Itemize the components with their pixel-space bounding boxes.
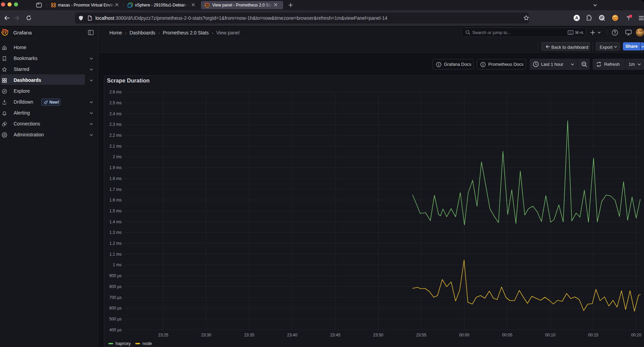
svg-text:2.4 ms: 2.4 ms — [109, 111, 122, 116]
svg-text:23:45: 23:45 — [330, 333, 340, 337]
svg-text:500 µs: 500 µs — [109, 317, 122, 321]
svg-text:1.8 ms: 1.8 ms — [109, 176, 122, 181]
svg-text:900 µs: 900 µs — [109, 273, 122, 278]
svg-text:A: A — [575, 16, 578, 20]
svg-text:00:00: 00:00 — [459, 333, 469, 337]
svg-text:700 µs: 700 µs — [109, 295, 122, 300]
svg-text:23:30: 23:30 — [201, 333, 211, 337]
svg-text:00:10: 00:10 — [545, 333, 555, 337]
svg-text:2.3 ms: 2.3 ms — [109, 122, 122, 127]
svg-text:1.7 ms: 1.7 ms — [109, 187, 122, 192]
svg-text:2 ms: 2 ms — [113, 154, 122, 159]
svg-text:600 µs: 600 µs — [109, 306, 122, 311]
svg-text:400 µs: 400 µs — [109, 328, 122, 332]
svg-text:IP: IP — [600, 16, 603, 20]
svg-text:23:35: 23:35 — [244, 333, 254, 337]
svg-text:2.2 ms: 2.2 ms — [109, 133, 122, 138]
svg-text:00:15: 00:15 — [588, 333, 598, 337]
svg-text:1.6 ms: 1.6 ms — [109, 198, 122, 202]
svg-text:1 ms: 1 ms — [113, 262, 122, 267]
svg-text:1.5 ms: 1.5 ms — [109, 209, 122, 213]
svg-text:2.6 ms: 2.6 ms — [109, 90, 122, 94]
svg-text:00:20: 00:20 — [631, 333, 641, 337]
svg-text:1.9 ms: 1.9 ms — [109, 165, 122, 170]
svg-text:2.5 ms: 2.5 ms — [109, 101, 122, 105]
svg-text:23:50: 23:50 — [373, 333, 383, 337]
svg-text:23:25: 23:25 — [158, 333, 168, 337]
svg-text:1.2 ms: 1.2 ms — [109, 241, 122, 246]
svg-text:23:55: 23:55 — [416, 333, 426, 337]
svg-text:1.3 ms: 1.3 ms — [109, 230, 122, 235]
svg-text:1.4 ms: 1.4 ms — [109, 220, 122, 224]
svg-text:800 µs: 800 µs — [109, 284, 122, 289]
svg-text:1.1 ms: 1.1 ms — [109, 252, 122, 257]
svg-text:2.1 ms: 2.1 ms — [109, 144, 122, 149]
svg-text:00:05: 00:05 — [502, 333, 512, 337]
svg-text:23:40: 23:40 — [287, 333, 297, 337]
